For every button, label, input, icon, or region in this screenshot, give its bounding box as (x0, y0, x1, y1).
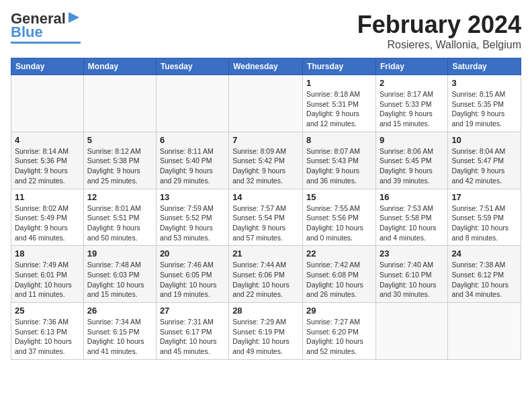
day-number: 16 (380, 192, 444, 202)
day-number: 10 (451, 135, 517, 145)
table-row: 25Sunrise: 7:36 AM Sunset: 6:13 PM Dayli… (11, 303, 84, 360)
table-row (11, 75, 84, 132)
day-info: Sunrise: 7:51 AM Sunset: 5:59 PM Dayligh… (451, 203, 517, 243)
day-number: 20 (160, 248, 225, 259)
table-row: 27Sunrise: 7:31 AM Sunset: 6:17 PM Dayli… (156, 303, 228, 360)
day-info: Sunrise: 7:59 AM Sunset: 5:52 PM Dayligh… (160, 203, 225, 243)
day-number: 26 (87, 306, 152, 316)
header-saturday: Saturday (448, 58, 521, 75)
calendar-week-row: 1Sunrise: 8:18 AM Sunset: 5:31 PM Daylig… (11, 75, 521, 132)
day-number: 19 (87, 248, 152, 259)
day-number: 11 (15, 192, 80, 202)
day-number: 7 (232, 135, 299, 145)
day-info: Sunrise: 8:17 AM Sunset: 5:33 PM Dayligh… (380, 89, 444, 129)
day-number: 9 (380, 135, 444, 145)
day-info: Sunrise: 8:15 AM Sunset: 5:35 PM Dayligh… (451, 89, 517, 129)
table-row: 15Sunrise: 7:55 AM Sunset: 5:56 PM Dayli… (303, 189, 376, 246)
day-info: Sunrise: 7:42 AM Sunset: 6:08 PM Dayligh… (306, 260, 372, 300)
table-row: 28Sunrise: 7:29 AM Sunset: 6:19 PM Dayli… (229, 303, 303, 360)
day-info: Sunrise: 7:49 AM Sunset: 6:01 PM Dayligh… (15, 260, 80, 300)
table-row: 22Sunrise: 7:42 AM Sunset: 6:08 PM Dayli… (303, 246, 376, 303)
table-row: 29Sunrise: 7:27 AM Sunset: 6:20 PM Dayli… (303, 303, 376, 360)
logo: General Blue (11, 11, 81, 44)
calendar-subtitle: Rosieres, Wallonia, Belgium (357, 39, 521, 51)
day-number: 1 (306, 78, 372, 88)
day-number: 21 (232, 248, 299, 259)
table-row: 1Sunrise: 8:18 AM Sunset: 5:31 PM Daylig… (303, 75, 376, 132)
header-wednesday: Wednesday (229, 58, 303, 75)
day-info: Sunrise: 7:27 AM Sunset: 6:20 PM Dayligh… (306, 317, 372, 357)
header-tuesday: Tuesday (156, 58, 228, 75)
day-info: Sunrise: 7:31 AM Sunset: 6:17 PM Dayligh… (160, 317, 225, 357)
day-info: Sunrise: 7:29 AM Sunset: 6:19 PM Dayligh… (232, 317, 299, 357)
day-info: Sunrise: 7:36 AM Sunset: 6:13 PM Dayligh… (15, 317, 80, 357)
table-row: 17Sunrise: 7:51 AM Sunset: 5:59 PM Dayli… (448, 189, 521, 246)
day-number: 28 (232, 306, 299, 316)
header-sunday: Sunday (11, 58, 84, 75)
day-number: 22 (306, 248, 372, 259)
table-row: 16Sunrise: 7:53 AM Sunset: 5:58 PM Dayli… (375, 189, 447, 246)
table-row: 13Sunrise: 7:59 AM Sunset: 5:52 PM Dayli… (156, 189, 228, 246)
day-number: 4 (15, 135, 80, 145)
calendar-title: February 2024 (357, 11, 521, 39)
header-thursday: Thursday (303, 58, 376, 75)
table-row (156, 75, 228, 132)
table-row: 12Sunrise: 8:01 AM Sunset: 5:51 PM Dayli… (83, 189, 156, 246)
day-info: Sunrise: 7:48 AM Sunset: 6:03 PM Dayligh… (87, 260, 152, 300)
day-number: 27 (160, 306, 225, 316)
day-info: Sunrise: 7:34 AM Sunset: 6:15 PM Dayligh… (87, 317, 152, 357)
svg-marker-0 (69, 12, 79, 23)
table-row: 4Sunrise: 8:14 AM Sunset: 5:36 PM Daylig… (11, 132, 84, 189)
calendar-week-row: 4Sunrise: 8:14 AM Sunset: 5:36 PM Daylig… (11, 132, 521, 189)
day-info: Sunrise: 7:55 AM Sunset: 5:56 PM Dayligh… (306, 203, 372, 243)
logo-blue-text: Blue (11, 24, 43, 40)
table-row (83, 75, 156, 132)
day-number: 5 (87, 135, 152, 145)
day-info: Sunrise: 8:02 AM Sunset: 5:49 PM Dayligh… (15, 203, 80, 243)
day-number: 25 (15, 306, 80, 316)
table-row: 20Sunrise: 7:46 AM Sunset: 6:05 PM Dayli… (156, 246, 228, 303)
day-number: 3 (451, 78, 517, 88)
day-info: Sunrise: 7:38 AM Sunset: 6:12 PM Dayligh… (451, 260, 517, 300)
day-info: Sunrise: 7:46 AM Sunset: 6:05 PM Dayligh… (160, 260, 225, 300)
table-row: 19Sunrise: 7:48 AM Sunset: 6:03 PM Dayli… (83, 246, 156, 303)
table-row: 5Sunrise: 8:12 AM Sunset: 5:38 PM Daylig… (83, 132, 156, 189)
day-number: 12 (87, 192, 152, 202)
table-row: 11Sunrise: 8:02 AM Sunset: 5:49 PM Dayli… (11, 189, 84, 246)
day-info: Sunrise: 7:53 AM Sunset: 5:58 PM Dayligh… (380, 203, 444, 243)
table-row: 24Sunrise: 7:38 AM Sunset: 6:12 PM Dayli… (448, 246, 521, 303)
day-info: Sunrise: 8:09 AM Sunset: 5:42 PM Dayligh… (232, 146, 299, 186)
table-row: 14Sunrise: 7:57 AM Sunset: 5:54 PM Dayli… (229, 189, 303, 246)
calendar-header-row: Sunday Monday Tuesday Wednesday Thursday… (11, 58, 521, 75)
logo-line (11, 42, 81, 44)
day-number: 14 (232, 192, 299, 202)
day-number: 17 (451, 192, 517, 202)
calendar-week-row: 18Sunrise: 7:49 AM Sunset: 6:01 PM Dayli… (11, 246, 521, 303)
calendar-week-row: 25Sunrise: 7:36 AM Sunset: 6:13 PM Dayli… (11, 303, 521, 360)
day-number: 24 (451, 248, 517, 259)
header-monday: Monday (83, 58, 156, 75)
day-number: 15 (306, 192, 372, 202)
page-header: General Blue February 2024 Rosieres, Wal… (11, 11, 521, 51)
day-number: 2 (380, 78, 444, 88)
table-row: 10Sunrise: 8:04 AM Sunset: 5:47 PM Dayli… (448, 132, 521, 189)
day-info: Sunrise: 7:40 AM Sunset: 6:10 PM Dayligh… (380, 260, 444, 300)
table-row (375, 303, 447, 360)
table-row (448, 303, 521, 360)
day-info: Sunrise: 8:04 AM Sunset: 5:47 PM Dayligh… (451, 146, 517, 186)
day-number: 6 (160, 135, 225, 145)
day-info: Sunrise: 8:07 AM Sunset: 5:43 PM Dayligh… (306, 146, 372, 186)
day-info: Sunrise: 7:44 AM Sunset: 6:06 PM Dayligh… (232, 260, 299, 300)
day-info: Sunrise: 8:06 AM Sunset: 5:45 PM Dayligh… (380, 146, 444, 186)
table-row: 8Sunrise: 8:07 AM Sunset: 5:43 PM Daylig… (303, 132, 376, 189)
table-row: 6Sunrise: 8:11 AM Sunset: 5:40 PM Daylig… (156, 132, 228, 189)
table-row: 23Sunrise: 7:40 AM Sunset: 6:10 PM Dayli… (375, 246, 447, 303)
table-row: 3Sunrise: 8:15 AM Sunset: 5:35 PM Daylig… (448, 75, 521, 132)
day-info: Sunrise: 8:01 AM Sunset: 5:51 PM Dayligh… (87, 203, 152, 243)
day-info: Sunrise: 8:12 AM Sunset: 5:38 PM Dayligh… (87, 146, 152, 186)
calendar-table: Sunday Monday Tuesday Wednesday Thursday… (11, 58, 521, 360)
table-row: 9Sunrise: 8:06 AM Sunset: 5:45 PM Daylig… (375, 132, 447, 189)
table-row: 2Sunrise: 8:17 AM Sunset: 5:33 PM Daylig… (375, 75, 447, 132)
calendar-week-row: 11Sunrise: 8:02 AM Sunset: 5:49 PM Dayli… (11, 189, 521, 246)
day-info: Sunrise: 7:57 AM Sunset: 5:54 PM Dayligh… (232, 203, 299, 243)
